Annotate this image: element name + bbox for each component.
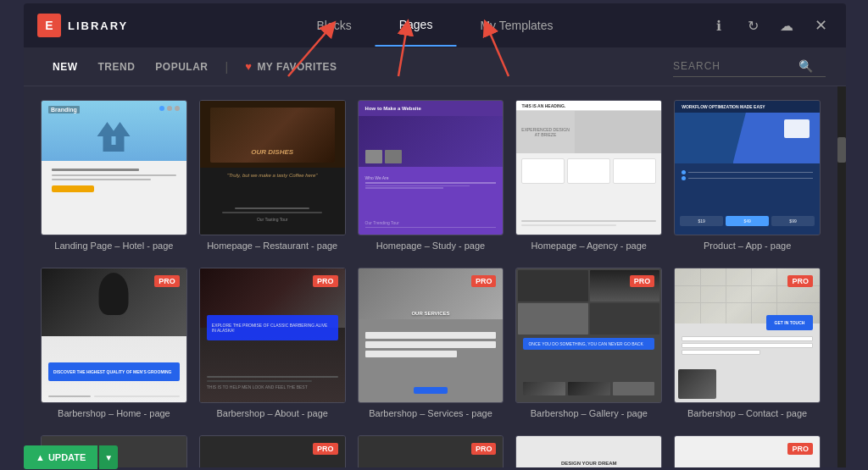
template-card-r3-3[interactable]: PRO [358, 435, 504, 467]
template-thumb-r3-5: PRO [674, 435, 821, 467]
template-label-barbershop-gallery: Barbershop – Gallery - page [515, 408, 662, 418]
update-dropdown[interactable]: ▼ [99, 445, 118, 469]
pro-badge-r3-2: PRO [313, 443, 338, 455]
templates-row-2: PRO DISCOVER TH [41, 268, 821, 418]
templates-grid: Branding Landing Page – Hotel - page [24, 86, 837, 467]
template-label-hotel: Landing Page – Hotel - page [41, 241, 187, 251]
template-card-restaurant[interactable]: OUR DISHES "Truly, but we make a tasty C… [199, 100, 346, 251]
template-thumb-study: How to Make a Website [358, 100, 504, 235]
bottom-bar: ▲ UPDATE ▼ [24, 445, 118, 470]
search-icon[interactable]: 🔍 [798, 59, 813, 73]
template-label-product: Product – App - page [674, 241, 821, 251]
template-card-r3-2[interactable]: PRO [199, 435, 346, 467]
template-thumb-hotel: Branding [41, 100, 187, 235]
pro-badge-about: PRO [313, 275, 338, 287]
template-thumb-barbershop-about: PRO EXPLORE THE PROMISE OF CLASSIC BARBE… [199, 268, 346, 403]
template-card-r3-4[interactable]: DESIGN YOUR DREAM [515, 435, 662, 467]
filter-trend[interactable]: TREND [90, 56, 144, 78]
filter-bar: NEW TREND POPULAR | ♥ MY FAVORITES 🔍 [24, 47, 846, 86]
elementor-logo-icon: E [37, 14, 61, 37]
update-icon: ▲ [36, 452, 45, 462]
cloud-button[interactable]: ☁ [775, 14, 798, 37]
tab-pages[interactable]: Pages [376, 4, 457, 47]
pro-badge-r3-3: PRO [471, 443, 497, 455]
template-label-barbershop-home: Barbershop – Home - page [41, 408, 187, 418]
template-thumb-product: WORKFLOW OPTIMIZATION MADE EASY [674, 100, 821, 235]
template-card-study[interactable]: How to Make a Website [358, 100, 504, 251]
tab-my-templates[interactable]: My Templates [456, 5, 576, 46]
template-thumb-r3-4: DESIGN YOUR DREAM [515, 435, 662, 467]
templates-row-3: PRO PRO DESIGN YOUR DREAM [41, 435, 821, 467]
template-label-barbershop-services: Barbershop – Services - page [358, 408, 504, 418]
pro-badge-r3-5: PRO [787, 443, 813, 455]
pro-badge-gallery: PRO [630, 275, 655, 287]
template-thumb-r3-3: PRO [358, 435, 504, 467]
header-actions: ℹ ↻ ☁ ✕ [707, 14, 832, 37]
logo-area: E LIBRARY [37, 14, 147, 37]
search-area: 🔍 [673, 56, 826, 77]
tabs-nav: Blocks Pages My Templates [292, 4, 576, 47]
library-modal: E LIBRARY Blocks Pages My Templates ℹ ↻ … [24, 3, 846, 467]
pro-badge-contact: PRO [787, 275, 813, 287]
heart-icon: ♥ [245, 60, 252, 73]
template-label-agency: Homepage – Agency - page [515, 241, 662, 251]
search-input[interactable] [673, 60, 792, 72]
template-card-barbershop-services[interactable]: PRO OUR SERVICES [358, 268, 504, 418]
template-thumb-barbershop-home: PRO DISCOVER TH [41, 268, 187, 403]
filter-buttons: NEW TREND POPULAR | ♥ MY FAVORITES [44, 55, 346, 78]
scrollbar-track[interactable] [837, 86, 846, 467]
pro-badge: PRO [154, 275, 180, 287]
template-label-barbershop-contact: Barbershop – Contact - page [674, 408, 821, 418]
favorites-label: MY FAVORITES [257, 61, 337, 73]
update-label: UPDATE [48, 452, 86, 462]
chevron-down-icon: ▼ [104, 453, 113, 462]
template-thumb-agency: THIS IS AN HEADING. EXPERIENCED DESIGN A… [515, 100, 662, 235]
modal-header: E LIBRARY Blocks Pages My Templates ℹ ↻ … [24, 3, 846, 47]
template-card-agency[interactable]: THIS IS AN HEADING. EXPERIENCED DESIGN A… [515, 100, 662, 251]
content-area: Branding Landing Page – Hotel - page [24, 86, 846, 467]
filter-favorites[interactable]: ♥ MY FAVORITES [236, 55, 345, 78]
templates-row-1: Branding Landing Page – Hotel - page [41, 100, 821, 251]
template-card-barbershop-home[interactable]: PRO DISCOVER TH [41, 268, 187, 418]
template-card-barbershop-about[interactable]: PRO EXPLORE THE PROMISE OF CLASSIC BARBE… [199, 268, 346, 418]
info-button[interactable]: ℹ [707, 14, 731, 37]
pro-badge-services: PRO [471, 275, 497, 287]
template-thumb-restaurant: OUR DISHES "Truly, but we make a tasty C… [199, 100, 346, 235]
template-label-restaurant: Homepage – Restaurant - page [199, 241, 346, 251]
filter-new[interactable]: NEW [44, 56, 86, 78]
template-card-hotel[interactable]: Branding Landing Page – Hotel - page [41, 100, 187, 251]
template-thumb-r3-2: PRO [199, 435, 346, 467]
template-thumb-barbershop-services: PRO OUR SERVICES [358, 268, 504, 403]
library-title: LIBRARY [68, 19, 128, 32]
template-card-barbershop-gallery[interactable]: PRO [515, 268, 662, 418]
close-button[interactable]: ✕ [809, 14, 832, 37]
template-card-product[interactable]: WORKFLOW OPTIMIZATION MADE EASY [674, 100, 821, 251]
template-label-study: Homepage – Study - page [358, 241, 504, 251]
filter-popular[interactable]: POPULAR [147, 56, 216, 78]
filter-divider: | [220, 60, 234, 74]
tab-blocks[interactable]: Blocks [292, 5, 375, 46]
template-card-r3-5[interactable]: PRO [674, 435, 821, 467]
template-card-barbershop-contact[interactable]: PRO [674, 268, 821, 418]
template-thumb-barbershop-contact: PRO [674, 268, 821, 403]
refresh-button[interactable]: ↻ [741, 14, 765, 37]
update-button[interactable]: ▲ UPDATE [24, 445, 97, 469]
template-label-barbershop-about: Barbershop – About - page [199, 408, 346, 418]
template-thumb-barbershop-gallery: PRO [515, 268, 662, 403]
